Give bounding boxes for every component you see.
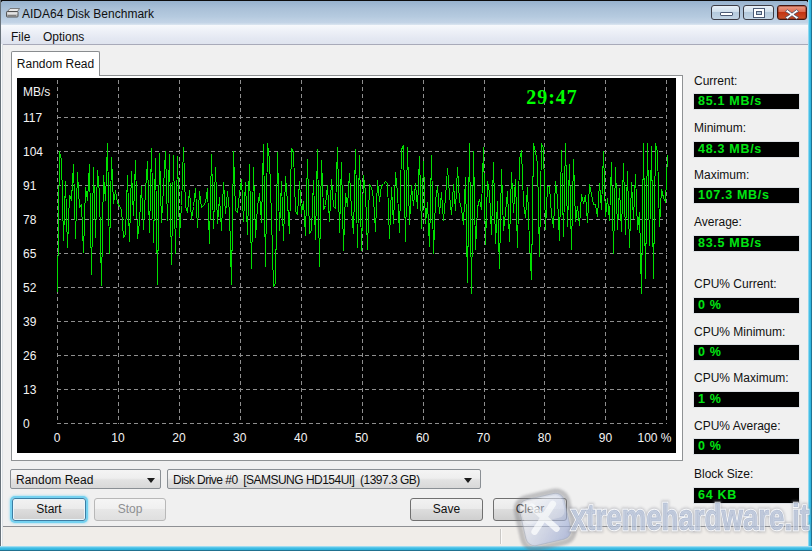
svg-text:10: 10 [111, 431, 125, 445]
svg-text:52: 52 [23, 281, 37, 295]
svg-text:65: 65 [23, 247, 37, 261]
svg-text:29:47: 29:47 [526, 86, 578, 108]
svg-text:70: 70 [477, 431, 491, 445]
svg-text:39: 39 [23, 315, 37, 329]
svg-text:40: 40 [294, 431, 308, 445]
svg-text:13: 13 [23, 383, 37, 397]
svg-text:100 %: 100 % [637, 431, 671, 445]
svg-text:xtremehardware.it: xtremehardware.it [571, 497, 809, 538]
svg-text:50: 50 [355, 431, 369, 445]
svg-text:MB/s: MB/s [23, 85, 50, 99]
svg-text:30: 30 [233, 431, 247, 445]
svg-text:80: 80 [538, 431, 552, 445]
svg-text:104: 104 [23, 145, 43, 159]
svg-text:78: 78 [23, 213, 37, 227]
svg-text:91: 91 [23, 179, 37, 193]
svg-text:60: 60 [416, 431, 430, 445]
svg-text:20: 20 [172, 431, 186, 445]
svg-text:117: 117 [23, 111, 42, 125]
svg-text:0: 0 [23, 417, 30, 431]
svg-text:26: 26 [23, 349, 37, 363]
svg-text:90: 90 [599, 431, 613, 445]
svg-text:0: 0 [54, 431, 61, 445]
